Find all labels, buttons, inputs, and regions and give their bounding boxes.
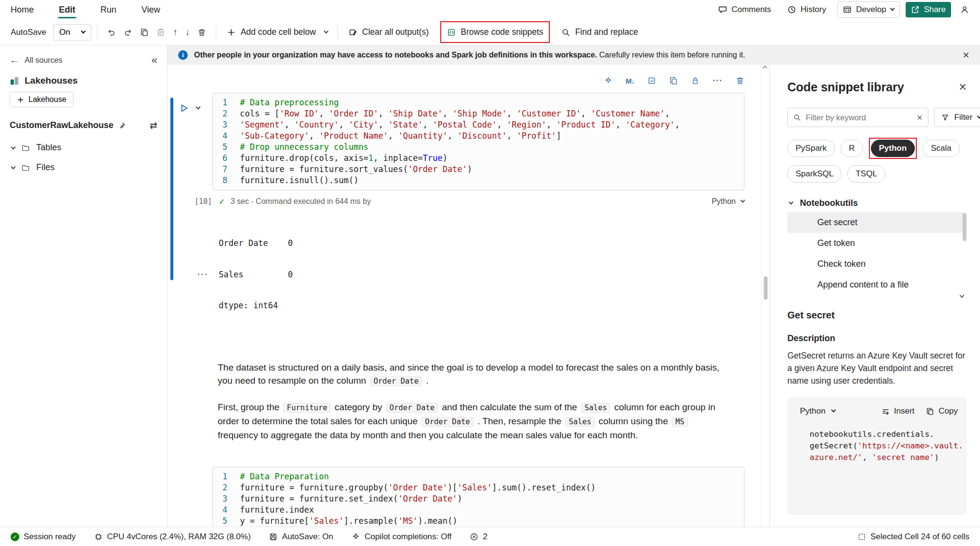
delete-cell-icon[interactable] (736, 76, 744, 85)
browse-snippets-label: Browse code snippets (461, 27, 543, 37)
add-code-cell-button[interactable]: Add code cell below (222, 23, 321, 41)
paste-button[interactable] (153, 24, 169, 41)
sidebar-item-tables[interactable]: Tables (0, 138, 167, 158)
comments-button[interactable]: Comments (713, 2, 776, 17)
tag-r[interactable]: R (840, 140, 863, 157)
markdown-paragraph: First, group the Furniture category by O… (218, 401, 730, 442)
cell-1-status-row: [10] ✓ 3 sec - Command executed in 644 m… (195, 195, 744, 208)
duplicate-cell-icon[interactable] (669, 76, 678, 85)
account-avatar[interactable] (957, 2, 972, 17)
copy-button[interactable] (136, 24, 153, 41)
snippet-list-scrollbar[interactable] (962, 212, 966, 288)
lakehouse-item[interactable]: CustomerRawLakehouse ⇄ (0, 113, 167, 138)
tag-pyspark[interactable]: PySpark (787, 140, 835, 157)
session-ready-icon: ✓ (11, 532, 19, 541)
tag-scala[interactable]: Scala (923, 140, 960, 157)
scroll-up-icon[interactable] (763, 66, 768, 71)
arrow-down-icon: ↓ (185, 28, 190, 37)
snippet-item-get-token[interactable]: Get token (787, 233, 965, 254)
menu-item-run[interactable]: Run (99, 0, 117, 19)
tag-tsql[interactable]: TSQL (847, 165, 885, 183)
lakehouse-icon (10, 76, 19, 86)
banner-close-button[interactable]: × (963, 49, 969, 61)
session-status[interactable]: ✓ Session ready (11, 532, 76, 542)
share-label: Share (924, 5, 946, 14)
menu-item-home[interactable]: Home (10, 0, 35, 19)
snippet-item-append-content[interactable]: Append content to a file (787, 274, 965, 295)
output-collapse-toggle[interactable]: ··· (197, 217, 219, 332)
redo-button[interactable] (120, 24, 136, 41)
convert-to-markdown-icon[interactable]: M↓ (626, 77, 634, 85)
code-editor-2[interactable]: 1# Data Preparation2furniture = furnitur… (213, 471, 744, 527)
add-cell-menu-button[interactable] (321, 28, 332, 37)
info-banner: i Other people in your organization may … (168, 45, 980, 65)
develop-button[interactable]: Develop (837, 1, 899, 18)
clear-search-icon[interactable]: × (917, 113, 923, 122)
scrollbar-thumb[interactable] (764, 276, 768, 300)
snippet-search-input[interactable] (806, 113, 912, 122)
back-arrow-icon[interactable]: ← (10, 55, 19, 66)
snippet-item-check-token[interactable]: Check token (787, 254, 965, 274)
switch-lakehouse-icon[interactable]: ⇄ (150, 120, 157, 131)
copy-snippet-button[interactable]: Copy (926, 406, 958, 416)
history-button[interactable]: History (782, 2, 831, 17)
copilot-icon[interactable] (604, 76, 613, 85)
cell-run-controls (179, 103, 200, 113)
snippet-code-preview[interactable]: notebookutils.credentials.getSecret('htt… (810, 429, 958, 463)
autosave-status[interactable]: AutoSave: On (269, 532, 333, 542)
more-options-icon[interactable]: ··· (713, 76, 723, 86)
filter-button[interactable]: Filter (934, 108, 980, 127)
cell-language-selector[interactable]: Python (712, 197, 744, 206)
run-cell-icon[interactable] (179, 103, 189, 113)
info-icon: i (178, 50, 188, 60)
resource-usage[interactable]: CPU 4vCores (2.4%), RAM 32G (8.0%) (94, 532, 251, 542)
code-snippet-panel: Code snippet library × × Filter (770, 65, 980, 527)
clear-all-outputs-button[interactable]: Clear all output(s) (344, 23, 434, 41)
move-cell-down-button[interactable]: ↓ (182, 24, 194, 41)
insert-snippet-button[interactable]: Insert (882, 406, 915, 416)
chevron-down-icon (977, 114, 980, 119)
output-line: Order Date 0 (219, 238, 293, 249)
add-lakehouse-button[interactable]: Lakehouse (10, 92, 73, 107)
collapse-cell-icon[interactable] (196, 105, 201, 110)
highlight-browse-snippets: Browse code snippets (440, 21, 550, 43)
snippet-search-box[interactable]: × (787, 108, 928, 127)
autosave-toggle[interactable]: On (53, 24, 92, 41)
code-cell-1: 1# Data preprocessing2cols = ['Row ID', … (212, 93, 744, 190)
all-sources-label[interactable]: All sources (25, 56, 62, 65)
notebook-scrollbar[interactable] (761, 65, 770, 527)
collapse-sidebar-icon[interactable]: « (152, 55, 157, 66)
output-text: Order Date 0 Sales 0 dtype: int64 (219, 217, 293, 332)
error-counter[interactable]: 2 (470, 532, 487, 542)
pin-icon[interactable] (118, 122, 126, 129)
copilot-status[interactable]: Copilot completions: Off (351, 532, 451, 542)
snippet-code-card: Python Insert Copy (787, 397, 966, 515)
success-check-icon: ✓ (219, 197, 225, 206)
chevron-down-icon (789, 200, 794, 204)
tag-sparksql[interactable]: SparkSQL (787, 165, 841, 183)
share-button[interactable]: Share (906, 2, 951, 17)
person-icon (960, 5, 969, 14)
scrollbar-thumb[interactable] (963, 213, 966, 241)
panel-close-button[interactable]: × (959, 81, 966, 94)
code-editor-1[interactable]: 1# Data preprocessing2cols = ['Row ID', … (213, 97, 744, 186)
move-cell-up-button[interactable]: ↑ (169, 24, 182, 41)
menu-item-edit[interactable]: Edit (58, 0, 76, 19)
sidebar-item-files[interactable]: Files (0, 158, 167, 177)
snippet-language-selector[interactable]: Python (796, 403, 839, 419)
find-and-replace-button[interactable]: Find and replace (557, 23, 643, 41)
menu-item-view[interactable]: View (140, 0, 161, 19)
undo-button[interactable] (103, 24, 120, 41)
lock-cell-icon[interactable] (691, 76, 700, 85)
delete-cell-button[interactable] (194, 24, 210, 41)
tag-python[interactable]: Python (871, 140, 915, 157)
markdown-cell[interactable]: The dataset is structured on a daily bas… (218, 361, 730, 442)
browse-code-snippets-button[interactable]: Browse code snippets (442, 23, 548, 41)
snippet-item-get-secret[interactable]: Get secret (787, 212, 965, 233)
group-label: Notebookutils (800, 198, 858, 208)
validate-cell-icon[interactable] (647, 76, 656, 85)
snippet-group-notebookutils[interactable]: Notebookutils (787, 198, 966, 208)
session-label: Session ready (24, 532, 76, 542)
chevron-down-icon (11, 145, 16, 150)
resource-label: CPU 4vCores (2.4%), RAM 32G (8.0%) (107, 532, 251, 542)
